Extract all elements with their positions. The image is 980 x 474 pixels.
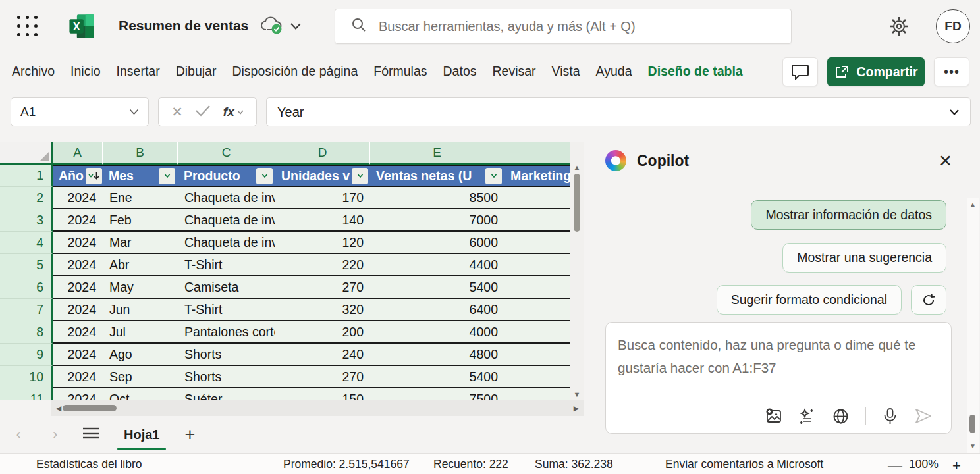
panel-vertical-scrollbar[interactable]: ▲ ▼: [967, 198, 979, 453]
ribbon-more-button[interactable]: •••: [934, 57, 969, 86]
panel-scroll-up-icon[interactable]: ▲: [967, 201, 979, 208]
cell[interactable]: T-Shirt: [178, 254, 275, 275]
prompt-suggestions-icon[interactable]: [798, 408, 816, 425]
comments-button[interactable]: [782, 57, 818, 86]
cell[interactable]: 150: [275, 388, 370, 400]
copilot-suggestion-chip[interactable]: Mostrar una sugerencia: [782, 243, 946, 273]
ribbon-tab-revisar[interactable]: Revisar: [492, 64, 535, 79]
column-header-cell[interactable]: Marketing: [504, 166, 570, 186]
column-letter-clipped[interactable]: [504, 142, 570, 165]
copilot-suggestion-chip[interactable]: Mostrar información de datos: [751, 200, 946, 230]
cell[interactable]: [504, 232, 570, 253]
cell[interactable]: 4000: [370, 321, 504, 342]
sort-filter-icon[interactable]: [86, 168, 102, 184]
cell[interactable]: 4400: [370, 254, 504, 275]
add-image-icon[interactable]: [765, 408, 782, 425]
confirm-entry-icon[interactable]: [195, 105, 211, 119]
panel-scroll-down-icon[interactable]: ▼: [967, 442, 979, 450]
ribbon-tab-disposici-n-de-p-gina[interactable]: Disposición de página: [232, 64, 358, 79]
cell[interactable]: [504, 344, 570, 365]
cell[interactable]: 2024: [53, 321, 103, 342]
ribbon-tab-ayuda[interactable]: Ayuda: [596, 64, 632, 79]
cell[interactable]: 2024: [53, 187, 103, 208]
column-header-cell[interactable]: Producto: [178, 166, 275, 186]
ribbon-tab-vista[interactable]: Vista: [552, 64, 580, 79]
cell[interactable]: 320: [275, 299, 370, 320]
cell[interactable]: Shorts: [178, 366, 275, 387]
cell[interactable]: 2024: [53, 232, 103, 253]
cell[interactable]: Suéter: [178, 388, 275, 400]
scroll-up-icon[interactable]: ▲: [570, 163, 584, 171]
cell[interactable]: 2024: [53, 299, 103, 320]
cell[interactable]: 2024: [53, 254, 103, 275]
zoom-out-button[interactable]: —: [888, 458, 902, 474]
cell[interactable]: 5400: [370, 276, 504, 298]
add-sheet-button[interactable]: +: [184, 425, 195, 445]
cell[interactable]: 140: [275, 209, 370, 230]
copilot-close-icon[interactable]: ✕: [939, 153, 952, 169]
row-number-5[interactable]: 5: [0, 254, 53, 276]
cell[interactable]: Shorts: [178, 344, 275, 365]
search-input[interactable]: [379, 19, 791, 34]
cell[interactable]: Chaqueta de invierno: [178, 232, 275, 253]
copilot-input-card[interactable]: [605, 322, 952, 434]
cell[interactable]: Camiseta: [178, 276, 275, 298]
horizontal-scroll-thumb[interactable]: [63, 405, 117, 411]
cell[interactable]: 7500: [370, 388, 504, 400]
ribbon-tab-dibujar[interactable]: Dibujar: [176, 64, 217, 79]
scroll-right-icon[interactable]: ▶: [569, 404, 584, 413]
cell[interactable]: [504, 276, 570, 298]
microphone-icon[interactable]: [882, 408, 898, 425]
cell[interactable]: Feb: [103, 209, 178, 230]
select-all-corner[interactable]: [0, 142, 53, 165]
row-number-4[interactable]: 4: [0, 232, 53, 254]
cell[interactable]: [504, 366, 570, 387]
row-number-1[interactable]: 1: [0, 165, 53, 187]
column-letter-C[interactable]: C: [178, 142, 275, 165]
ribbon-tab-datos[interactable]: Datos: [443, 64, 477, 79]
cell[interactable]: 170: [275, 187, 370, 208]
cell[interactable]: 8500: [370, 187, 504, 208]
cell[interactable]: 2024: [53, 344, 103, 365]
cell[interactable]: 6400: [370, 299, 504, 320]
cell[interactable]: [504, 388, 570, 400]
scroll-down-icon[interactable]: ▼: [570, 390, 584, 398]
cell[interactable]: Jun: [103, 299, 178, 320]
cell[interactable]: [504, 254, 570, 275]
web-search-globe-icon[interactable]: [832, 408, 850, 425]
cell[interactable]: Chaqueta de invierno: [178, 209, 275, 230]
panel-scroll-thumb[interactable]: [969, 415, 975, 433]
row-number-9[interactable]: 9: [0, 344, 53, 366]
cell[interactable]: 4800: [370, 344, 504, 365]
app-launcher-icon[interactable]: [17, 16, 38, 37]
row-number-2[interactable]: 2: [0, 187, 53, 209]
cell[interactable]: 220: [275, 254, 370, 275]
row-number-3[interactable]: 3: [0, 209, 53, 232]
cell[interactable]: [504, 321, 570, 342]
zoom-in-button[interactable]: +: [952, 458, 961, 474]
column-header-cell[interactable]: Unidades v: [275, 166, 370, 186]
cell[interactable]: Chaqueta de invierno: [178, 187, 275, 208]
column-letter-A[interactable]: A: [53, 142, 103, 165]
send-icon[interactable]: [914, 408, 933, 425]
column-header-cell[interactable]: Mes: [103, 166, 178, 186]
ribbon-tab-inicio[interactable]: Inicio: [70, 64, 101, 79]
search-bar[interactable]: [335, 9, 792, 44]
filter-chevron-icon[interactable]: [485, 168, 502, 184]
cell[interactable]: Oct: [103, 388, 178, 400]
cell[interactable]: T-Shirt: [178, 299, 275, 320]
filter-chevron-icon[interactable]: [256, 168, 273, 184]
title-chevron-down-icon[interactable]: [290, 21, 302, 33]
ribbon-tab-table-design[interactable]: Diseño de tabla: [648, 64, 743, 79]
column-letter-D[interactable]: D: [275, 142, 370, 165]
formula-bar-input[interactable]: Year: [266, 97, 971, 126]
row-number-11[interactable]: 11: [0, 388, 53, 400]
refresh-suggestions-button[interactable]: [911, 285, 946, 315]
previous-sheet-icon[interactable]: ‹: [0, 426, 37, 443]
copilot-suggestion-chip[interactable]: Sugerir formato condicional: [717, 285, 902, 315]
cell[interactable]: [504, 187, 570, 208]
sheet-tab-hoja1[interactable]: Hoja1: [117, 427, 166, 442]
saved-status-cloud-icon[interactable]: [259, 16, 285, 38]
share-button[interactable]: Compartir: [827, 57, 925, 86]
spreadsheet-grid[interactable]: ABCDE1AñoMesProductoUnidades vVentas net…: [0, 142, 570, 400]
